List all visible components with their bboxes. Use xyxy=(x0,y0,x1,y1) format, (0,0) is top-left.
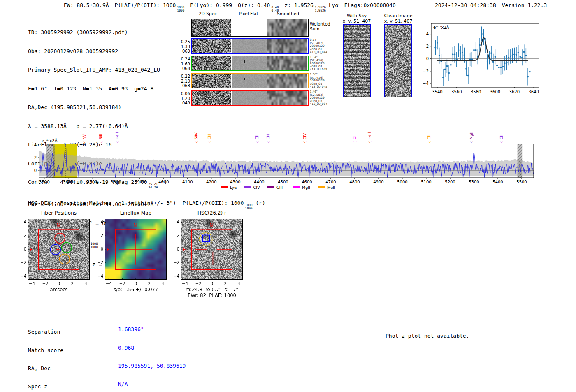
svg-text:E: E xyxy=(30,247,33,253)
svg-text:CIII: CIII xyxy=(276,185,283,190)
svg-text:5500: 5500 xyxy=(516,180,527,184)
svg-text:{: { xyxy=(353,141,357,143)
sky-subtitle-line: x, y: 51, 407 xyxy=(374,19,423,24)
spec2d-smoothed-image xyxy=(267,19,307,36)
spec2d-left-value: 069 xyxy=(179,49,190,54)
spec2d-row-4 xyxy=(191,90,309,106)
svg-text:CIII: CIII xyxy=(266,134,270,139)
svg-text:5400: 5400 xyxy=(492,180,503,184)
spec2d-row-right-label: 0.17"(51, 407)20200129v028_01413_LU_044 xyxy=(310,39,331,54)
svg-text:4500: 4500 xyxy=(278,180,288,184)
spec2d-row-left-label: 0.241.69068 xyxy=(179,57,190,71)
line-fit-plot: 354035603580360036203640−4−2024e⁻¹⁷x2Å xyxy=(420,20,551,96)
svg-text:3600: 3600 xyxy=(63,180,73,184)
svg-text:0: 0 xyxy=(426,56,429,61)
hsc_cutout-overlay: NE xyxy=(181,219,243,280)
svg-text:0: 0 xyxy=(34,168,37,173)
svg-text:{: { xyxy=(195,141,198,143)
spec2d-pixelflat-image xyxy=(232,19,267,36)
svg-text:N: N xyxy=(209,223,213,228)
spec2d-row-0 xyxy=(191,19,309,37)
svg-text:NV: NV xyxy=(82,134,86,139)
svg-text:3580: 3580 xyxy=(471,90,481,94)
tick-label: 0 xyxy=(54,281,64,286)
svg-text:CII: CII xyxy=(255,135,259,139)
sky-panel-image-0 xyxy=(344,25,370,97)
spec2d-row-2 xyxy=(191,56,309,71)
svg-text:CII: CII xyxy=(499,135,504,139)
svg-text:2: 2 xyxy=(426,44,429,49)
svg-text:e⁻¹⁷x2Å: e⁻¹⁷x2Å xyxy=(42,138,58,143)
spec2d-left-value: 1.20 xyxy=(179,96,190,101)
svg-text:4000: 4000 xyxy=(158,180,169,184)
tick-label: 4 xyxy=(234,281,244,286)
right-label-line: 413_LU_045 xyxy=(310,68,331,72)
svg-text:4200: 4200 xyxy=(206,180,216,184)
svg-text:e⁻¹⁷x2Å: e⁻¹⁷x2Å xyxy=(433,25,449,30)
tick-label: −2 xyxy=(170,260,179,265)
svg-text:{: { xyxy=(303,141,307,143)
svg-text:{: { xyxy=(267,141,270,143)
tick-label: 2 xyxy=(93,233,103,238)
svg-text:CIV: CIV xyxy=(253,185,260,190)
spec2d-pixelflat-image xyxy=(232,91,267,105)
svg-text:3540: 3540 xyxy=(432,90,442,94)
svg-text:4: 4 xyxy=(426,32,429,36)
svg-text:N: N xyxy=(133,223,137,228)
sky-panel-title-1: Clean Imagex, y: 51, 407 xyxy=(374,14,423,24)
tick-label: 2 xyxy=(16,233,26,238)
svg-text:E: E xyxy=(183,247,186,253)
svg-text:3620: 3620 xyxy=(509,90,520,94)
svg-text:SiIV: SiIV xyxy=(194,132,198,139)
tick-label: 0 xyxy=(16,247,26,251)
spec2d-left-value: 049 xyxy=(179,101,190,106)
svg-text:4400: 4400 xyxy=(254,180,264,184)
svg-text:5000: 5000 xyxy=(397,180,407,184)
svg-text:3800: 3800 xyxy=(111,180,121,184)
spec2d-smoothed-image xyxy=(267,91,307,105)
spec2d-left-value: 1.33 xyxy=(179,44,190,49)
svg-text:4600: 4600 xyxy=(302,180,312,184)
tick-label: −4 xyxy=(93,274,103,278)
sky-panel-0 xyxy=(343,24,371,97)
spec2d-column-title: 2D Spec xyxy=(187,11,228,16)
svg-text:3560: 3560 xyxy=(451,90,462,94)
tick-label: −2 xyxy=(117,281,127,286)
svg-text:−4: −4 xyxy=(423,81,429,86)
full-spectrum-plot: 3500360037003800390040004100420043004400… xyxy=(25,123,551,193)
svg-text:{: { xyxy=(368,141,372,143)
spec2d-left-value: 068 xyxy=(179,84,190,88)
lineflux_map-overlay: NE xyxy=(105,219,167,280)
svg-text:3640: 3640 xyxy=(528,90,539,94)
svg-text:CIV: CIV xyxy=(303,133,307,139)
page: EW: 88.5±30.9ÅP(LAE)/P(OII): 10001000100… xyxy=(0,0,576,392)
tick-label: 2 xyxy=(144,281,154,286)
hsc_cutout-xlabel: m:24.8 re:0.7" s:1.7" xyxy=(173,287,251,292)
svg-text:5300: 5300 xyxy=(469,180,479,184)
spec2d-left-value: 1.69 xyxy=(179,62,190,67)
spec2d-pixelflat-image xyxy=(232,56,267,70)
svg-text:3600: 3600 xyxy=(490,90,500,94)
svg-text:Lyα: Lyα xyxy=(230,185,237,190)
spec2d-row-left-label: 0.061.20049 xyxy=(179,91,190,106)
spec2d-column-title: Smoothed xyxy=(267,11,309,16)
tick-label: 4 xyxy=(16,220,26,224)
svg-text:4800: 4800 xyxy=(349,180,360,184)
svg-text:4: 4 xyxy=(34,143,37,147)
svg-text:4900: 4900 xyxy=(373,180,383,184)
tick-label: 4 xyxy=(170,220,179,224)
fiber_positions-overlay: NE xyxy=(28,219,90,280)
svg-text:3900: 3900 xyxy=(135,180,145,184)
tick-label: 4 xyxy=(93,220,103,224)
svg-text:4700: 4700 xyxy=(325,180,336,184)
spec2d-row-3 xyxy=(191,73,309,88)
sky-panel-1 xyxy=(384,24,412,97)
tick-label: −4 xyxy=(104,281,114,286)
svg-text:{: { xyxy=(428,141,431,143)
tick-label: −2 xyxy=(93,260,103,265)
spec2d-row-right-label: 1.34"(52, 416)20200129v028_02413_LU_045 xyxy=(310,56,331,72)
tick-label: 0 xyxy=(170,247,179,251)
tick-label: 0 xyxy=(131,281,141,286)
tick-label: 2 xyxy=(221,281,230,286)
svg-text:3700: 3700 xyxy=(87,180,97,184)
